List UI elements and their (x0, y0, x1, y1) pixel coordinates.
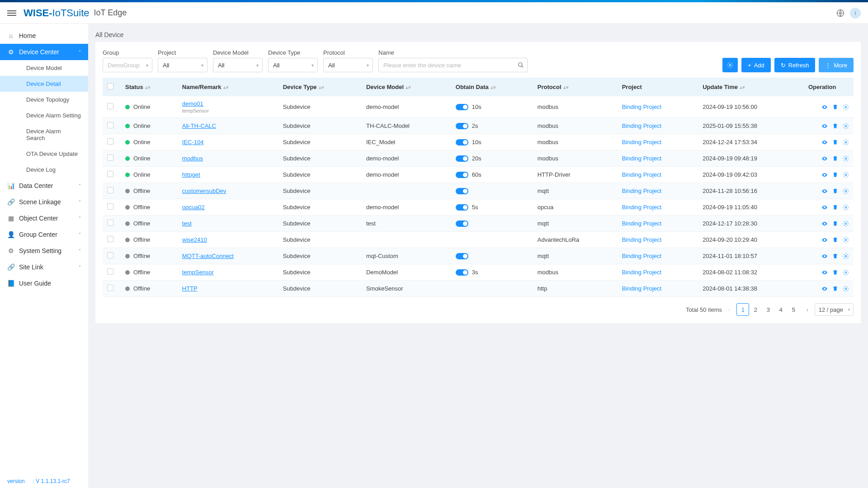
obtain-toggle[interactable] (456, 204, 468, 211)
col-obtain[interactable]: Obtain Data▴▾ (451, 78, 533, 96)
row-checkbox[interactable] (107, 268, 113, 275)
delete-icon[interactable] (832, 188, 838, 194)
delete-icon[interactable] (832, 237, 838, 243)
sidebar-subitem-device-detail[interactable]: Device Detail (0, 76, 88, 92)
obtain-toggle[interactable] (456, 172, 468, 178)
device-name-link[interactable]: opcua02 (182, 204, 205, 211)
view-icon[interactable] (821, 155, 828, 162)
binding-project-link[interactable]: Binding Project (622, 122, 661, 129)
view-icon[interactable] (821, 188, 828, 194)
row-checkbox[interactable] (107, 285, 113, 291)
device-name-link[interactable]: IEC-104 (182, 139, 204, 145)
device-name-link[interactable]: wise2410 (182, 236, 207, 243)
obtain-toggle[interactable] (456, 139, 468, 145)
sidebar-item-data-center[interactable]: 📊Data Center˅ (0, 178, 88, 194)
row-checkbox[interactable] (107, 122, 113, 128)
page-4[interactable]: 4 (774, 303, 787, 316)
row-checkbox[interactable] (107, 236, 113, 242)
page-size-select[interactable]: 12 / page▾ (815, 303, 854, 316)
config-icon[interactable] (843, 253, 849, 259)
config-icon[interactable] (843, 204, 849, 211)
sidebar-item-user-guide[interactable]: 📘User Guide (0, 275, 88, 291)
obtain-toggle[interactable] (456, 188, 468, 194)
device-name-link[interactable]: modbus (182, 155, 203, 162)
obtain-toggle[interactable] (456, 269, 468, 276)
binding-project-link[interactable]: Binding Project (622, 188, 661, 194)
binding-project-link[interactable]: Binding Project (622, 155, 661, 162)
device-name-link[interactable]: test (182, 220, 192, 227)
row-checkbox[interactable] (107, 138, 113, 145)
page-prev[interactable]: ‹ (726, 306, 732, 313)
device-name-link[interactable]: MQTT-autoConnect (182, 253, 234, 259)
page-2[interactable]: 2 (749, 303, 762, 316)
delete-icon[interactable] (832, 286, 838, 292)
binding-project-link[interactable]: Binding Project (622, 285, 661, 292)
col-status[interactable]: Status▴▾ (121, 78, 178, 96)
view-icon[interactable] (821, 269, 828, 276)
delete-icon[interactable] (832, 139, 838, 145)
binding-project-link[interactable]: Binding Project (622, 139, 661, 145)
config-icon[interactable] (843, 139, 849, 145)
globe-icon[interactable] (836, 9, 844, 17)
binding-project-link[interactable]: Binding Project (622, 236, 661, 243)
obtain-toggle[interactable] (456, 253, 468, 259)
filter-project-select[interactable]: All▾ (158, 58, 208, 72)
device-name-link[interactable]: customersubDev (182, 188, 226, 194)
filter-protocol-select[interactable]: All▾ (323, 58, 373, 72)
obtain-toggle[interactable] (456, 123, 468, 129)
avatar[interactable]: I (850, 8, 861, 19)
col-updatetime[interactable]: Update Time▴▾ (698, 78, 804, 96)
sidebar-subitem-device-alarm-search[interactable]: Device Alarm Search (0, 123, 88, 146)
sidebar-subitem-device-topology[interactable]: Device Topology (0, 92, 88, 108)
more-button[interactable]: ⋮More (819, 58, 854, 72)
config-icon[interactable] (843, 286, 849, 292)
sidebar-subitem-device-log[interactable]: Device Log (0, 162, 88, 178)
binding-project-link[interactable]: Binding Project (622, 269, 661, 276)
sidebar-subitem-ota-device-update[interactable]: OTA Device Update (0, 146, 88, 162)
filter-group-select[interactable]: DemoGroup▾ (103, 58, 152, 72)
row-checkbox[interactable] (107, 171, 113, 177)
config-icon[interactable] (843, 172, 849, 178)
config-icon[interactable] (843, 104, 849, 110)
delete-icon[interactable] (832, 221, 838, 227)
menu-icon[interactable] (7, 10, 16, 16)
view-icon[interactable] (821, 172, 828, 178)
delete-icon[interactable] (832, 104, 838, 110)
view-icon[interactable] (821, 286, 828, 292)
sidebar-item-group-center[interactable]: 👤Group Center˅ (0, 226, 88, 243)
sidebar-subitem-device-alarm-setting[interactable]: Device Alarm Setting (0, 108, 88, 123)
view-icon[interactable] (821, 237, 828, 243)
sidebar-item-site-link[interactable]: 🔗Site Link˅ (0, 259, 88, 275)
delete-icon[interactable] (832, 269, 838, 276)
obtain-toggle[interactable] (456, 155, 468, 162)
config-icon[interactable] (843, 237, 849, 243)
delete-icon[interactable] (832, 172, 838, 178)
page-next[interactable]: › (804, 306, 810, 313)
delete-icon[interactable] (832, 253, 838, 259)
view-icon[interactable] (821, 104, 828, 110)
col-name[interactable]: Name/Remark▴▾ (178, 78, 278, 96)
select-all-checkbox[interactable] (107, 83, 113, 89)
view-icon[interactable] (821, 204, 828, 211)
binding-project-link[interactable]: Binding Project (622, 253, 661, 259)
binding-project-link[interactable]: Binding Project (622, 204, 661, 211)
obtain-toggle[interactable] (456, 221, 468, 227)
view-icon[interactable] (821, 139, 828, 145)
col-protocol[interactable]: Protocol▴▾ (533, 78, 618, 96)
config-icon[interactable] (843, 269, 849, 276)
config-icon[interactable] (843, 188, 849, 194)
obtain-toggle[interactable] (456, 104, 468, 110)
refresh-button[interactable]: ↻Refresh (774, 58, 816, 72)
settings-button[interactable] (722, 58, 738, 72)
search-input[interactable] (378, 58, 528, 72)
col-devicemodel[interactable]: Device Model▴▾ (362, 78, 451, 96)
device-name-link[interactable]: demo01 (182, 100, 203, 107)
device-name-link[interactable]: tempSensor (182, 269, 214, 276)
config-icon[interactable] (843, 221, 849, 227)
row-checkbox[interactable] (107, 203, 113, 210)
device-name-link[interactable]: httpget (182, 171, 200, 178)
delete-icon[interactable] (832, 155, 838, 162)
sidebar-item-home[interactable]: ⌂Home (0, 28, 88, 44)
page-1[interactable]: 1 (736, 303, 749, 316)
page-5[interactable]: 5 (787, 303, 800, 316)
